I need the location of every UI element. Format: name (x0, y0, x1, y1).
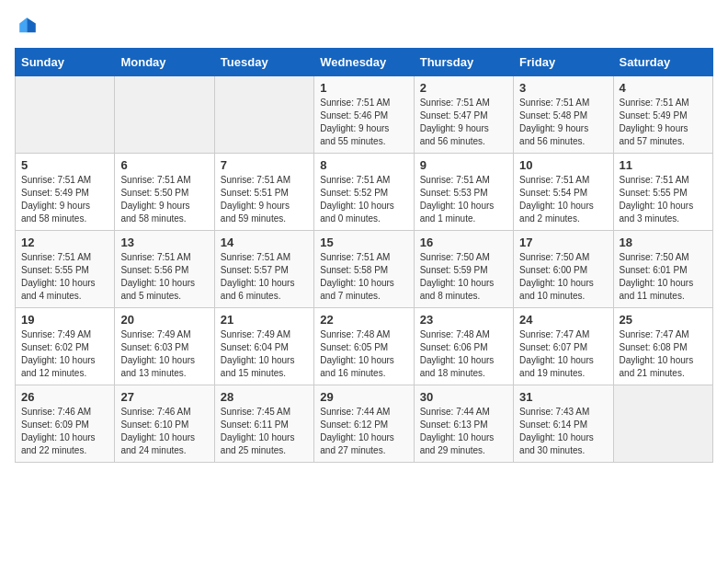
calendar-cell: 10Sunrise: 7:51 AM Sunset: 5:54 PM Dayli… (514, 154, 613, 231)
calendar-cell: 1Sunrise: 7:51 AM Sunset: 5:46 PM Daylig… (314, 76, 414, 154)
calendar-cell (214, 76, 313, 154)
day-info: Sunrise: 7:51 AM Sunset: 5:56 PM Dayligh… (120, 251, 208, 303)
day-info: Sunrise: 7:44 AM Sunset: 6:13 PM Dayligh… (420, 406, 507, 457)
day-info: Sunrise: 7:50 AM Sunset: 5:59 PM Dayligh… (420, 251, 507, 303)
svg-marker-0 (27, 17, 36, 32)
calendar-cell (613, 385, 712, 463)
calendar-cell: 16Sunrise: 7:50 AM Sunset: 5:59 PM Dayli… (414, 231, 513, 308)
day-info: Sunrise: 7:48 AM Sunset: 6:06 PM Dayligh… (420, 328, 507, 380)
day-info: Sunrise: 7:51 AM Sunset: 5:55 PM Dayligh… (620, 174, 707, 225)
day-number: 15 (320, 236, 407, 249)
day-number: 27 (120, 390, 208, 404)
day-number: 4 (620, 81, 707, 95)
calendar-cell: 23Sunrise: 7:48 AM Sunset: 6:06 PM Dayli… (414, 308, 513, 385)
calendar-cell: 27Sunrise: 7:46 AM Sunset: 6:10 PM Dayli… (115, 385, 214, 463)
day-info: Sunrise: 7:49 AM Sunset: 6:02 PM Dayligh… (21, 328, 108, 380)
calendar-cell: 12Sunrise: 7:51 AM Sunset: 5:55 PM Dayli… (16, 231, 115, 308)
day-info: Sunrise: 7:49 AM Sunset: 6:04 PM Dayligh… (221, 328, 308, 380)
day-number: 12 (21, 236, 108, 249)
calendar-cell: 8Sunrise: 7:51 AM Sunset: 5:52 PM Daylig… (314, 154, 414, 231)
day-info: Sunrise: 7:51 AM Sunset: 5:49 PM Dayligh… (620, 97, 707, 148)
day-of-week-header: Saturday (613, 49, 712, 76)
day-number: 6 (120, 158, 208, 172)
day-number: 17 (519, 236, 607, 249)
calendar-cell: 28Sunrise: 7:45 AM Sunset: 6:11 PM Dayli… (214, 385, 313, 463)
day-info: Sunrise: 7:51 AM Sunset: 5:48 PM Dayligh… (519, 97, 607, 148)
day-number: 9 (420, 158, 507, 172)
calendar-week-row: 26Sunrise: 7:46 AM Sunset: 6:09 PM Dayli… (16, 385, 713, 463)
calendar-cell: 22Sunrise: 7:48 AM Sunset: 6:05 PM Dayli… (314, 308, 414, 385)
day-of-week-header: Monday (115, 49, 214, 76)
calendar-week-row: 5Sunrise: 7:51 AM Sunset: 5:49 PM Daylig… (16, 154, 713, 231)
calendar-header (15, 15, 713, 37)
calendar-cell: 6Sunrise: 7:51 AM Sunset: 5:50 PM Daylig… (115, 154, 214, 231)
day-info: Sunrise: 7:49 AM Sunset: 6:03 PM Dayligh… (120, 328, 208, 380)
calendar-cell: 2Sunrise: 7:51 AM Sunset: 5:47 PM Daylig… (414, 76, 513, 154)
calendar-cell: 18Sunrise: 7:50 AM Sunset: 6:01 PM Dayli… (613, 231, 712, 308)
day-of-week-header: Tuesday (214, 49, 313, 76)
day-number: 7 (221, 158, 308, 172)
day-info: Sunrise: 7:51 AM Sunset: 5:51 PM Dayligh… (221, 174, 308, 225)
calendar-cell (16, 76, 115, 154)
calendar-cell: 29Sunrise: 7:44 AM Sunset: 6:12 PM Dayli… (314, 385, 414, 463)
day-number: 13 (120, 236, 208, 249)
calendar-cell: 19Sunrise: 7:49 AM Sunset: 6:02 PM Dayli… (16, 308, 115, 385)
day-info: Sunrise: 7:51 AM Sunset: 5:57 PM Dayligh… (221, 251, 308, 303)
calendar-cell: 9Sunrise: 7:51 AM Sunset: 5:53 PM Daylig… (414, 154, 513, 231)
calendar-cell: 31Sunrise: 7:43 AM Sunset: 6:14 PM Dayli… (514, 385, 613, 463)
svg-marker-1 (19, 17, 27, 32)
day-number: 1 (320, 81, 407, 95)
day-info: Sunrise: 7:51 AM Sunset: 5:47 PM Dayligh… (420, 97, 507, 148)
day-number: 30 (420, 390, 507, 404)
day-number: 2 (420, 81, 507, 95)
calendar-cell: 3Sunrise: 7:51 AM Sunset: 5:48 PM Daylig… (514, 76, 613, 154)
calendar-cell: 4Sunrise: 7:51 AM Sunset: 5:49 PM Daylig… (613, 76, 712, 154)
day-of-week-header: Thursday (414, 49, 513, 76)
day-number: 21 (221, 313, 308, 327)
calendar-cell: 25Sunrise: 7:47 AM Sunset: 6:08 PM Dayli… (613, 308, 712, 385)
day-info: Sunrise: 7:51 AM Sunset: 5:46 PM Dayligh… (320, 97, 407, 148)
day-of-week-header: Sunday (16, 49, 115, 76)
day-number: 19 (21, 313, 108, 327)
day-number: 5 (21, 158, 108, 172)
logo-icon (17, 15, 39, 37)
day-info: Sunrise: 7:44 AM Sunset: 6:12 PM Dayligh… (320, 406, 407, 457)
day-info: Sunrise: 7:47 AM Sunset: 6:08 PM Dayligh… (620, 328, 707, 380)
day-number: 25 (620, 313, 707, 327)
day-info: Sunrise: 7:50 AM Sunset: 6:00 PM Dayligh… (519, 251, 607, 303)
calendar-cell: 7Sunrise: 7:51 AM Sunset: 5:51 PM Daylig… (214, 154, 313, 231)
day-number: 3 (519, 81, 607, 95)
day-info: Sunrise: 7:51 AM Sunset: 5:53 PM Dayligh… (420, 174, 507, 225)
day-number: 8 (320, 158, 407, 172)
calendar-cell: 20Sunrise: 7:49 AM Sunset: 6:03 PM Dayli… (115, 308, 214, 385)
day-info: Sunrise: 7:51 AM Sunset: 5:49 PM Dayligh… (21, 174, 108, 225)
day-info: Sunrise: 7:51 AM Sunset: 5:52 PM Dayligh… (320, 174, 407, 225)
day-info: Sunrise: 7:48 AM Sunset: 6:05 PM Dayligh… (320, 328, 407, 380)
calendar-cell: 5Sunrise: 7:51 AM Sunset: 5:49 PM Daylig… (16, 154, 115, 231)
calendar-cell: 15Sunrise: 7:51 AM Sunset: 5:58 PM Dayli… (314, 231, 414, 308)
calendar-cell: 11Sunrise: 7:51 AM Sunset: 5:55 PM Dayli… (613, 154, 712, 231)
day-number: 11 (620, 158, 707, 172)
day-info: Sunrise: 7:46 AM Sunset: 6:09 PM Dayligh… (21, 406, 108, 457)
day-info: Sunrise: 7:51 AM Sunset: 5:50 PM Dayligh… (120, 174, 208, 225)
day-number: 23 (420, 313, 507, 327)
day-info: Sunrise: 7:50 AM Sunset: 6:01 PM Dayligh… (620, 251, 707, 303)
calendar-cell: 17Sunrise: 7:50 AM Sunset: 6:00 PM Dayli… (514, 231, 613, 308)
calendar-week-row: 12Sunrise: 7:51 AM Sunset: 5:55 PM Dayli… (16, 231, 713, 308)
day-number: 14 (221, 236, 308, 249)
day-number: 28 (221, 390, 308, 404)
day-of-week-header: Friday (514, 49, 613, 76)
day-of-week-header: Wednesday (314, 49, 414, 76)
day-info: Sunrise: 7:47 AM Sunset: 6:07 PM Dayligh… (519, 328, 607, 380)
day-number: 31 (519, 390, 607, 404)
day-number: 26 (21, 390, 108, 404)
calendar-cell: 30Sunrise: 7:44 AM Sunset: 6:13 PM Dayli… (414, 385, 513, 463)
day-number: 22 (320, 313, 407, 327)
day-number: 24 (519, 313, 607, 327)
calendar-week-row: 1Sunrise: 7:51 AM Sunset: 5:46 PM Daylig… (16, 76, 713, 154)
day-number: 18 (620, 236, 707, 249)
calendar-cell: 21Sunrise: 7:49 AM Sunset: 6:04 PM Dayli… (214, 308, 313, 385)
day-number: 29 (320, 390, 407, 404)
calendar-cell (115, 76, 214, 154)
calendar-cell: 13Sunrise: 7:51 AM Sunset: 5:56 PM Dayli… (115, 231, 214, 308)
